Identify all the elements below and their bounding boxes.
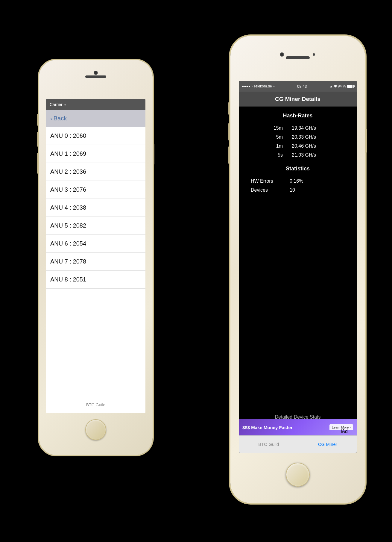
- list-item[interactable]: ANU 3 : 2076: [46, 181, 145, 199]
- tab-btc-guild[interactable]: BTC Guild: [258, 442, 279, 447]
- back-screen: Carrier ≈ ‹ Back ANU 0 : 2060 ANU 1 : 20…: [46, 99, 145, 413]
- hash-rates-section: Hash-Rates 15m 19.34 GH/s 5m 20.33 GH/s …: [239, 113, 357, 160]
- ad-text: $$$ Make Money Faster: [242, 425, 293, 430]
- hash-value-5s: 21.03 GH/s: [292, 152, 325, 158]
- hash-rate-row-5s: 5s 21.03 GH/s: [239, 151, 357, 160]
- front-camera: [280, 52, 284, 57]
- front-nav-bar: CG Miner Details: [239, 92, 357, 107]
- wifi-icon: ≈: [273, 84, 275, 88]
- back-status-bar: Carrier ≈: [46, 99, 145, 110]
- list-item[interactable]: ANU 5 : 2082: [46, 217, 145, 235]
- list-item[interactable]: ANU 7 : 2078: [46, 253, 145, 271]
- list-item[interactable]: ANU 1 : 2069: [46, 145, 145, 163]
- ad-label: iAd: [341, 429, 348, 434]
- tab-bar: BTC Guild CG Miner: [239, 435, 357, 453]
- back-button[interactable]: ‹ Back: [50, 115, 67, 122]
- ad-banner[interactable]: $$$ Make Money Faster Learn More ›: [239, 419, 357, 435]
- power-button[interactable]: [365, 129, 367, 153]
- status-carrier: ●●●●○ Telekom.de ≈: [242, 84, 275, 88]
- main-content: Hash-Rates 15m 19.34 GH/s 5m 20.33 GH/s …: [239, 107, 357, 453]
- statistics-section: Statistics HW Errors 0.16% Devices 10: [239, 166, 357, 195]
- battery-icon: [347, 85, 354, 88]
- hash-value-5m: 20.33 GH/s: [292, 134, 325, 140]
- bluetooth-icon: ✱: [334, 84, 337, 88]
- hash-value-1m: 20.46 GH/s: [292, 143, 325, 149]
- hw-errors-label: HW Errors: [251, 178, 281, 184]
- hw-errors-value: 0.16%: [290, 178, 303, 184]
- carrier-label: Carrier ≈: [50, 102, 66, 107]
- nav-title: CG Miner Details: [275, 96, 320, 102]
- battery-label: 94 %: [338, 84, 346, 88]
- earpiece: [85, 75, 106, 78]
- devices-value: 10: [290, 187, 295, 193]
- front-phone: ●●●●○ Telekom.de ≈ 08:43 ▲ ✱ 94 %: [230, 36, 365, 503]
- chevron-left-icon: ‹: [50, 115, 52, 122]
- mute-button[interactable]: [37, 114, 39, 126]
- status-time: 08:43: [297, 84, 307, 89]
- volume-up-button[interactable]: [37, 132, 39, 147]
- status-indicators: ▲ ✱ 94 %: [329, 84, 354, 88]
- home-button[interactable]: [286, 463, 310, 487]
- mute-button[interactable]: [228, 102, 230, 115]
- hash-rate-row-15m: 15m 19.34 GH/s: [239, 124, 357, 133]
- gps-icon: ▲: [329, 84, 333, 88]
- camera: [94, 71, 98, 75]
- back-phone: Carrier ≈ ‹ Back ANU 0 : 2060 ANU 1 : 20…: [39, 60, 153, 455]
- front-screen: ●●●●○ Telekom.de ≈ 08:43 ▲ ✱ 94 %: [239, 81, 357, 453]
- hash-label-5m: 5m: [271, 134, 283, 140]
- hash-label-5s: 5s: [271, 152, 283, 158]
- volume-up-button[interactable]: [228, 123, 230, 141]
- devices-label: Devices: [251, 187, 281, 193]
- tab-cg-miner[interactable]: CG Miner: [318, 442, 337, 447]
- list-item[interactable]: ANU 4 : 2038: [46, 199, 145, 217]
- device-list: ANU 0 : 2060 ANU 1 : 2069 ANU 2 : 2036 A…: [46, 127, 145, 289]
- wifi-icon: ≈: [64, 102, 66, 107]
- back-nav-bar: ‹ Back: [46, 110, 145, 127]
- volume-down-button[interactable]: [228, 146, 230, 164]
- list-item[interactable]: ANU 0 : 2060: [46, 127, 145, 145]
- sensor: [313, 53, 315, 56]
- list-item[interactable]: ANU 2 : 2036: [46, 163, 145, 181]
- front-status-bar: ●●●●○ Telekom.de ≈ 08:43 ▲ ✱ 94 %: [239, 81, 357, 92]
- hash-rates-title: Hash-Rates: [239, 113, 357, 119]
- power-button[interactable]: [153, 144, 154, 165]
- list-item[interactable]: ANU 8 : 2051: [46, 271, 145, 289]
- hash-label-1m: 1m: [271, 143, 283, 149]
- back-footer-label: BTC Guild: [46, 402, 145, 407]
- hash-rate-row-1m: 1m 20.46 GH/s: [239, 142, 357, 151]
- earpiece: [286, 56, 310, 59]
- volume-down-button[interactable]: [37, 153, 39, 174]
- back-button-label: Back: [54, 115, 67, 122]
- stats-row-hw: HW Errors 0.16%: [239, 177, 357, 186]
- hash-label-15m: 15m: [271, 125, 283, 131]
- home-button[interactable]: [85, 419, 106, 440]
- hash-value-15m: 19.34 GH/s: [292, 125, 325, 131]
- statistics-title: Statistics: [239, 166, 357, 172]
- hash-rate-row-5m: 5m 20.33 GH/s: [239, 133, 357, 142]
- stats-row-devices: Devices 10: [239, 186, 357, 195]
- list-item[interactable]: ANU 6 : 2054: [46, 235, 145, 253]
